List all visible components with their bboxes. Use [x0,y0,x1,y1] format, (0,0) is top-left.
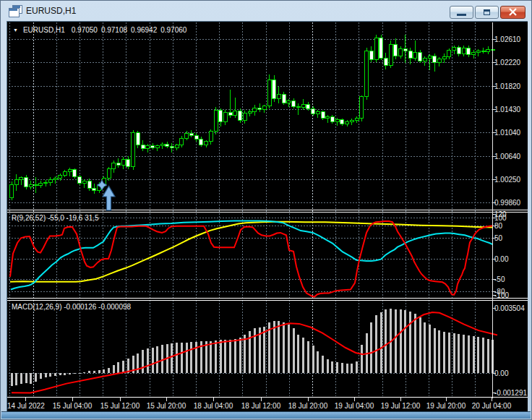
macd-scale-label: -0.001291 [494,389,527,397]
price-scale-label: 1.02610 [494,35,521,43]
minimize-button[interactable] [450,6,473,19]
r-line-cyan [11,221,497,290]
time-axis-label[interactable]: 19 Jul 12:00 [381,402,421,410]
r-scale-label: 100 [494,214,507,222]
r-scale-label: -50 [494,275,505,283]
time-axis: 14 Jul 202215 Jul 04:0015 Jul 12:0015 Ju… [7,398,512,410]
macd-scale-label: 0.003504 [494,304,525,312]
price-scale-label: 1.02220 [494,59,521,67]
header-low: 0.96942 [131,26,157,34]
r-line-yellow [10,222,497,282]
r-scale-label: 80 [494,222,503,230]
close-button[interactable] [500,6,525,19]
price-scale-label: 0.99860 [494,199,521,207]
r-scale-label: -100 [494,291,509,299]
ohlc-header: ▼EURUSD,H10.970500.971080.969420.97060 [13,26,190,34]
time-axis-label[interactable]: 15 Jul 12:00 [100,402,140,410]
window-bottom-frame [1,411,531,419]
restore-icon [484,9,490,15]
header-open: 0.97050 [72,26,98,34]
time-axis-label[interactable]: 18 Jul 12:00 [241,402,281,410]
chart-window-icon [9,5,22,17]
cursor-up-arrow [97,180,115,210]
terminal-window: EURUSD,H1 1.026101.022201.018201.014301.… [0,0,532,420]
chart-client-area[interactable]: 1.026101.022201.018201.014301.010401.006… [7,21,528,414]
header-close: 0.97060 [160,26,186,34]
time-axis-label[interactable]: 15 Jul 20:00 [147,402,186,410]
price-scale-label: 1.00250 [494,176,521,184]
close-icon [501,7,525,18]
time-axis-label[interactable]: 19 Jul 20:00 [426,402,466,410]
header-symbol: EURUSD,H1 [23,26,65,34]
macd-scale-label: 0.00 [494,369,509,377]
window-title: EURUSD,H1 [26,6,76,16]
time-axis-label[interactable]: 15 Jul 04:00 [53,402,93,410]
indicator-r-label: R(9,26,52) -55,0 -19,6 31,5 [12,214,99,222]
r-indicator-lines [10,221,497,297]
macd-histogram [11,309,494,386]
collapse-triangle-icon: ▼ [13,27,18,33]
price-scale-label: 1.01040 [494,129,521,137]
restore-button[interactable] [475,6,499,19]
candles [10,35,495,200]
r-scale: 12010080500.00-50-80-100 [493,210,510,299]
time-axis-label[interactable]: 14 Jul 2022 [7,402,45,410]
price-scale: 1.026101.022201.018201.014301.010401.006… [493,35,521,207]
header-high: 0.97108 [101,26,127,34]
time-axis-label[interactable]: 19 Jul 04:00 [335,402,374,410]
minimize-icon [457,14,466,16]
price-scale-label: 1.01430 [494,106,521,113]
title-bar[interactable]: EURUSD,H1 [1,1,531,21]
r-scale-label: 0.00 [494,255,509,263]
indicator-macd-label: MACD(12,26,9) -0.000126 -0.000098 [12,303,131,311]
time-axis-label[interactable]: 18 Jul 20:00 [288,402,328,410]
time-axis-label[interactable]: 18 Jul 04:00 [194,402,233,410]
r-scale-label: 50 [494,234,503,242]
price-scale-label: 1.00640 [494,153,521,160]
price-scale-label: 1.01820 [494,82,521,90]
time-axis-label[interactable]: 20 Jul 04:00 [472,402,512,410]
